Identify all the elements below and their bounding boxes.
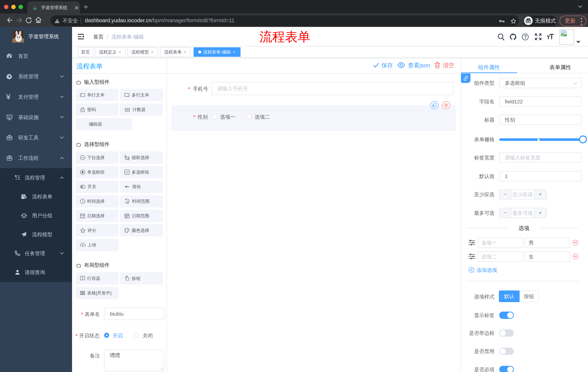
svg-text:123: 123 <box>125 107 130 111</box>
